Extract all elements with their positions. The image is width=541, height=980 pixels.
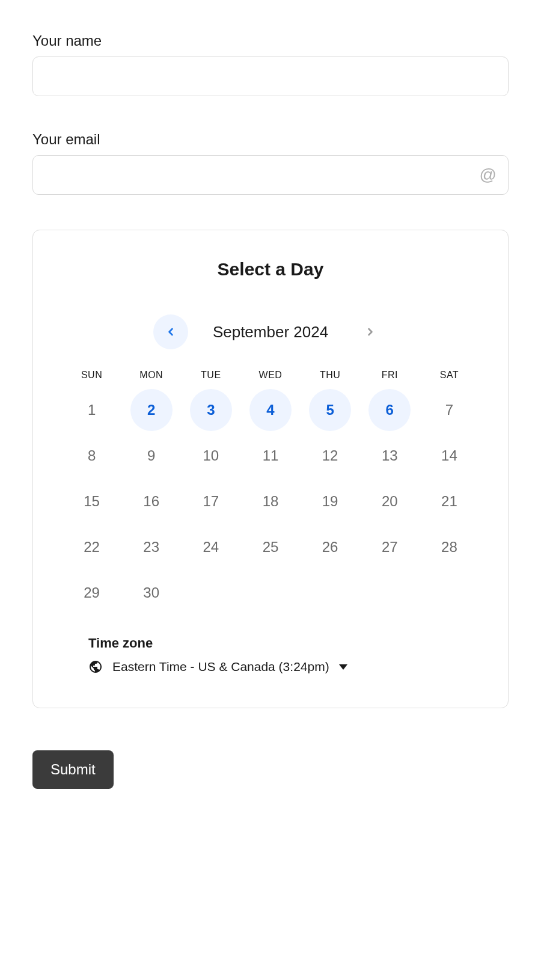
month-nav: September 2024 (62, 314, 479, 349)
day-cell: 28 (428, 526, 470, 568)
weekday-row: SUNMONTUEWEDTHUFRISAT (62, 370, 479, 381)
month-label: September 2024 (201, 323, 340, 341)
week-row: 891011121314 (62, 435, 479, 477)
weekday-label: FRI (382, 370, 398, 381)
day-cell: 15 (71, 480, 113, 522)
email-input[interactable] (32, 155, 509, 195)
day-cell: 7 (428, 389, 470, 431)
name-input[interactable] (32, 57, 509, 96)
day-cell: 13 (368, 435, 411, 477)
day-cell: 26 (309, 526, 351, 568)
day-cell: 17 (190, 480, 232, 522)
chevron-left-icon (165, 326, 177, 338)
day-cell: 19 (309, 480, 351, 522)
weekday-label: SUN (81, 370, 102, 381)
day-cell: 18 (249, 480, 292, 522)
email-field-group: Your email @ (32, 131, 509, 195)
day-cell: 12 (309, 435, 351, 477)
day-cell: 20 (368, 480, 411, 522)
weekday-label: SAT (440, 370, 459, 381)
email-label: Your email (32, 131, 509, 148)
calendar-grid: 1234567891011121314151617181920212223242… (62, 389, 479, 614)
day-cell[interactable]: 5 (309, 389, 351, 431)
weekday-label: TUE (201, 370, 221, 381)
name-field-group: Your name (32, 32, 509, 96)
globe-icon (88, 660, 103, 674)
submit-button[interactable]: Submit (32, 750, 114, 789)
day-cell: 29 (71, 572, 113, 614)
timezone-value: Eastern Time - US & Canada (3:24pm) (112, 660, 329, 674)
timezone-block: Time zone Eastern Time - US & Canada (3:… (62, 635, 479, 674)
prev-month-button[interactable] (153, 314, 188, 349)
day-cell[interactable]: 3 (190, 389, 232, 431)
day-cell[interactable]: 2 (130, 389, 173, 431)
day-cell: 10 (190, 435, 232, 477)
name-label: Your name (32, 32, 509, 49)
timezone-select[interactable]: Eastern Time - US & Canada (3:24pm) (88, 660, 479, 674)
chevron-right-icon (364, 326, 376, 338)
day-cell[interactable]: 6 (368, 389, 411, 431)
day-cell: 24 (190, 526, 232, 568)
week-row: 1234567 (62, 389, 479, 431)
weekday-label: THU (320, 370, 340, 381)
day-cell[interactable]: 4 (249, 389, 292, 431)
week-row: 15161718192021 (62, 480, 479, 522)
week-row: 2930 (62, 572, 479, 614)
weekday-label: WED (259, 370, 283, 381)
day-cell: 22 (71, 526, 113, 568)
timezone-title: Time zone (88, 635, 479, 651)
day-cell: 11 (249, 435, 292, 477)
day-cell: 1 (71, 389, 113, 431)
week-row: 22232425262728 (62, 526, 479, 568)
calendar-card: Select a Day September 2024 SUNMONTUEWED… (32, 230, 509, 708)
day-cell: 27 (368, 526, 411, 568)
day-cell: 14 (428, 435, 470, 477)
day-cell: 23 (130, 526, 173, 568)
caret-down-icon (339, 664, 347, 670)
weekday-label: MON (139, 370, 163, 381)
day-cell: 21 (428, 480, 470, 522)
next-month-button[interactable] (353, 314, 388, 349)
calendar-title: Select a Day (62, 259, 479, 280)
day-cell: 8 (71, 435, 113, 477)
day-cell: 30 (130, 572, 173, 614)
day-cell: 16 (130, 480, 173, 522)
day-cell: 9 (130, 435, 173, 477)
day-cell: 25 (249, 526, 292, 568)
